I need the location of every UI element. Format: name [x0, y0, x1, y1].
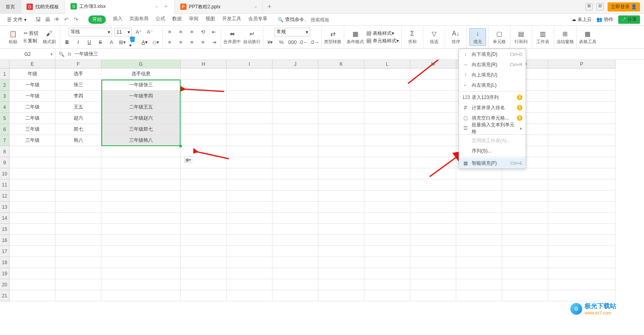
cell[interactable]: 张三: [55, 80, 101, 91]
rowhead-18[interactable]: 18: [0, 257, 10, 268]
cell[interactable]: 韩八: [55, 135, 101, 146]
cell[interactable]: [101, 268, 181, 279]
rowhead-19[interactable]: 19: [0, 268, 10, 279]
cell[interactable]: [181, 135, 227, 146]
sheet-button[interactable]: ▥工作表: [535, 29, 551, 45]
cell[interactable]: [272, 257, 318, 268]
search-input[interactable]: [311, 17, 366, 23]
cell[interactable]: [181, 246, 227, 257]
tab-home[interactable]: 首页: [0, 0, 21, 14]
percent-icon[interactable]: %: [277, 38, 286, 47]
align-mid-icon[interactable]: ≡: [176, 28, 185, 36]
cell[interactable]: [10, 224, 55, 235]
name-box[interactable]: G2: [0, 49, 55, 59]
copy-button[interactable]: ⎘ 复制: [24, 38, 38, 44]
cell[interactable]: [410, 168, 456, 179]
cell[interactable]: [181, 190, 227, 202]
cell[interactable]: [364, 157, 410, 168]
cell[interactable]: [55, 213, 101, 224]
cell[interactable]: [55, 224, 101, 235]
cell[interactable]: [227, 179, 272, 190]
cell[interactable]: [548, 268, 615, 279]
cell[interactable]: [227, 124, 272, 135]
cell[interactable]: [548, 224, 615, 235]
menu-member[interactable]: 会员专享: [248, 15, 267, 24]
cell[interactable]: [548, 179, 615, 190]
cell[interactable]: [181, 146, 227, 157]
cell[interactable]: 二年级: [10, 102, 55, 113]
cell[interactable]: [101, 224, 181, 235]
cell[interactable]: [410, 190, 456, 202]
fill-up-item[interactable]: ↑向上填充(U): [459, 70, 526, 80]
cell[interactable]: [101, 235, 181, 246]
cell[interactable]: [101, 190, 181, 202]
fill-batch-item[interactable]: ☲批量插入文本到单元格▸: [459, 123, 526, 133]
cell[interactable]: [55, 268, 101, 279]
menu-insert[interactable]: 插入: [113, 15, 122, 24]
cell[interactable]: [181, 91, 227, 102]
fontcolor-icon[interactable]: A▾: [140, 38, 149, 47]
cut-button[interactable]: ✂ 剪切: [24, 30, 38, 37]
cell[interactable]: [10, 235, 55, 246]
cell[interactable]: [456, 268, 502, 279]
colhead-J[interactable]: J: [272, 60, 318, 69]
cell[interactable]: [502, 235, 548, 246]
cell[interactable]: [410, 179, 456, 190]
cell[interactable]: [272, 246, 318, 257]
condfmt-button[interactable]: ▦条件格式: [347, 29, 364, 45]
zoom-icon[interactable]: 🔍: [59, 51, 65, 57]
rowhead-7[interactable]: 7: [0, 135, 10, 146]
cell[interactable]: [181, 102, 227, 113]
cell[interactable]: 年级: [10, 69, 55, 80]
fill-handle[interactable]: [179, 145, 182, 147]
cell[interactable]: [10, 257, 55, 268]
colhead-H[interactable]: H: [181, 60, 227, 69]
cell[interactable]: [548, 113, 615, 124]
cell[interactable]: [364, 235, 410, 246]
cell[interactable]: [181, 69, 227, 80]
rowhead-11[interactable]: 11: [0, 179, 10, 190]
fontsize-select[interactable]: 11▾: [114, 28, 132, 36]
cell[interactable]: 三年级: [10, 124, 55, 135]
cell[interactable]: [502, 190, 548, 202]
cell[interactable]: [548, 69, 615, 80]
cell[interactable]: [410, 113, 456, 124]
cell[interactable]: [318, 135, 364, 146]
cell[interactable]: [364, 257, 410, 268]
cell[interactable]: [456, 279, 502, 290]
cell[interactable]: [410, 80, 456, 91]
cell[interactable]: [55, 279, 101, 290]
cell[interactable]: 王五: [55, 102, 101, 113]
new-tab-button[interactable]: +: [263, 3, 276, 11]
colhead-G[interactable]: G: [101, 60, 181, 69]
cell[interactable]: [10, 179, 55, 190]
cell[interactable]: [318, 224, 364, 235]
cell[interactable]: [10, 268, 55, 279]
cell[interactable]: [548, 124, 615, 135]
cell[interactable]: [181, 213, 227, 224]
cellstyle-button[interactable]: ▦ 单元格样式▾: [366, 38, 398, 44]
cell[interactable]: [502, 202, 548, 213]
cell[interactable]: [55, 190, 101, 202]
colhead-L[interactable]: L: [364, 60, 410, 69]
filter-button[interactable]: ▽筛选: [426, 29, 442, 45]
cell[interactable]: [318, 146, 364, 157]
tab-template[interactable]: D 找稻壳模板: [21, 0, 65, 14]
print-icon[interactable]: 🖶: [44, 16, 51, 23]
cell[interactable]: [318, 213, 364, 224]
paste-button[interactable]: 📋粘贴: [5, 29, 21, 45]
orient-icon[interactable]: ⟲: [198, 28, 207, 36]
cell[interactable]: [55, 146, 101, 157]
cell[interactable]: [548, 279, 615, 290]
cell[interactable]: [548, 213, 615, 224]
tabletool-button[interactable]: ▦表格工具: [579, 29, 596, 45]
cell[interactable]: [410, 290, 456, 301]
cell[interactable]: [227, 102, 272, 113]
fill-right-item[interactable]: →向右填充(R)Ctrl+R: [459, 59, 526, 70]
cell[interactable]: [10, 213, 55, 224]
menu-dev[interactable]: 开发工具: [222, 15, 241, 24]
cell[interactable]: [318, 290, 364, 301]
cell[interactable]: [272, 179, 318, 190]
cell[interactable]: [318, 202, 364, 213]
cell[interactable]: [364, 202, 410, 213]
